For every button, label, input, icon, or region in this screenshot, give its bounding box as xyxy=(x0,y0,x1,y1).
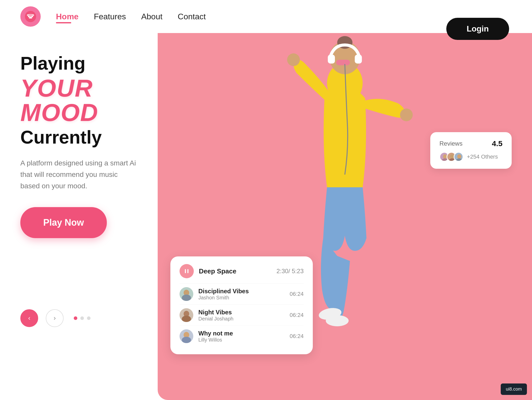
track-artist-3: Lilly Willos xyxy=(198,337,285,343)
pause-button[interactable] xyxy=(180,264,194,278)
track-duration-1: 06:24 xyxy=(290,291,304,297)
hero-description: A platform designed using a smart Ai tha… xyxy=(20,158,137,192)
prev-arrow-button[interactable]: ‹ xyxy=(20,309,38,327)
track-avatar-3 xyxy=(180,329,193,343)
carousel-dots xyxy=(74,316,91,320)
nav-home[interactable]: Home xyxy=(56,12,79,21)
track-info-1: Disciplined Vibes Jashon Smith xyxy=(198,288,285,301)
dot-3[interactable] xyxy=(87,316,91,320)
now-playing-time: 2:30/ 5:23 xyxy=(276,268,304,275)
track-name-1: Disciplined Vibes xyxy=(198,288,285,295)
svg-rect-24 xyxy=(187,269,188,273)
now-playing-card: Deep Space 2:30/ 5:23 Disciplined Vibes … xyxy=(170,256,313,354)
reviews-header: Reviews 4.5 xyxy=(439,139,503,148)
dot-1[interactable] xyxy=(74,316,77,320)
others-text: +254 Others xyxy=(467,153,498,160)
reviews-label: Reviews xyxy=(439,140,463,147)
track-item-2[interactable]: Night Vibes Denial Joshaph 06:24 xyxy=(180,304,304,326)
svg-rect-23 xyxy=(185,269,186,273)
svg-rect-8 xyxy=(355,55,362,64)
track-name-3: Why not me xyxy=(198,330,285,337)
track-item-3[interactable]: Why not me Lilly Willos 06:24 xyxy=(180,326,304,347)
now-playing-song: Deep Space xyxy=(199,267,236,275)
reviews-card: Reviews 4.5 xyxy=(430,132,512,169)
right-section: Login xyxy=(158,0,532,400)
next-arrow-button[interactable]: › xyxy=(46,309,64,327)
track-avatar-1 xyxy=(180,287,193,301)
hero-mood: YOUR MOOD xyxy=(20,76,137,125)
track-item-1[interactable]: Disciplined Vibes Jashon Smith 06:24 xyxy=(180,283,304,304)
carousel-nav: ‹ › xyxy=(20,309,137,327)
now-playing-title-row: Deep Space 2:30/ 5:23 xyxy=(199,267,304,275)
track-info-3: Why not me Lilly Willos xyxy=(198,330,285,343)
svg-point-21 xyxy=(457,154,461,159)
watermark: ui8.com xyxy=(501,383,527,395)
track-name-2: Night Vibes xyxy=(198,309,285,316)
dot-2[interactable] xyxy=(80,316,84,320)
hero-playing: Playing xyxy=(20,53,137,73)
track-duration-3: 06:24 xyxy=(290,333,304,340)
track-list: Disciplined Vibes Jashon Smith 06:24 Nig… xyxy=(180,283,304,347)
svg-point-0 xyxy=(25,11,36,22)
svg-point-27 xyxy=(182,295,191,301)
nav-contact[interactable]: Contact xyxy=(178,12,206,21)
logo[interactable] xyxy=(20,6,41,27)
svg-rect-9 xyxy=(336,60,350,65)
track-artist-1: Jashon Smith xyxy=(198,295,285,301)
svg-point-10 xyxy=(287,53,300,66)
login-button[interactable]: Login xyxy=(446,18,509,40)
avatar-3 xyxy=(454,152,463,162)
hero-currently: Currently xyxy=(20,127,137,147)
track-duration-2: 06:24 xyxy=(290,312,304,318)
left-hero: Playing YOUR MOOD Currently A platform d… xyxy=(0,33,158,400)
svg-rect-7 xyxy=(328,55,335,64)
svg-point-33 xyxy=(182,337,191,343)
nav-links: Home Features About Contact xyxy=(56,12,206,21)
svg-point-13 xyxy=(326,315,349,326)
avatars-row xyxy=(439,152,463,162)
reviews-footer: +254 Others xyxy=(439,152,503,162)
nav-about[interactable]: About xyxy=(141,12,162,21)
svg-point-30 xyxy=(182,316,191,322)
nav-features[interactable]: Features xyxy=(94,12,126,21)
track-avatar-2 xyxy=(180,308,193,322)
reviews-score: 4.5 xyxy=(492,139,503,148)
play-now-button[interactable]: Play Now xyxy=(20,207,107,238)
track-info-2: Night Vibes Denial Joshaph xyxy=(198,309,285,322)
track-artist-2: Denial Joshaph xyxy=(198,316,285,322)
svg-point-11 xyxy=(400,109,413,121)
now-playing-header: Deep Space 2:30/ 5:23 xyxy=(180,264,304,278)
